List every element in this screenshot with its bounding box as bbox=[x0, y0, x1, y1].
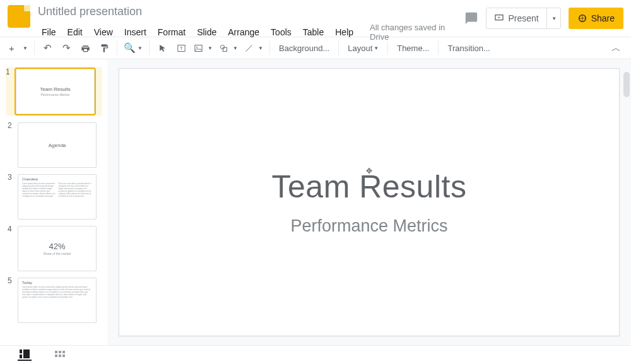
print-button[interactable] bbox=[76, 39, 94, 57]
separator bbox=[34, 41, 35, 55]
svg-rect-14 bbox=[62, 351, 65, 353]
vertical-scrollbar[interactable] bbox=[623, 72, 630, 332]
svg-rect-4 bbox=[195, 45, 202, 51]
theme-button[interactable]: Theme... bbox=[392, 39, 434, 57]
undo-button[interactable]: ↶ bbox=[38, 39, 56, 57]
slide-thumbnail[interactable]: 2 Agenda bbox=[8, 122, 102, 168]
chevron-up-icon: ︿ bbox=[611, 42, 621, 54]
menu-arrange[interactable]: Arrange bbox=[223, 25, 264, 39]
svg-rect-17 bbox=[62, 355, 65, 357]
menu-help[interactable]: Help bbox=[330, 25, 358, 39]
menu-table[interactable]: Table bbox=[298, 25, 329, 39]
plus-icon: + bbox=[9, 43, 15, 54]
share-button[interactable]: Share bbox=[569, 8, 623, 29]
menu-tools[interactable]: Tools bbox=[266, 25, 297, 39]
separator bbox=[338, 41, 339, 55]
layout-button[interactable]: Layout▼ bbox=[343, 39, 384, 57]
select-tool[interactable] bbox=[153, 39, 171, 57]
slide-number: 4 bbox=[8, 225, 14, 233]
grid-icon bbox=[55, 351, 65, 360]
svg-rect-13 bbox=[59, 351, 61, 353]
scrollbar-thumb[interactable] bbox=[623, 72, 630, 97]
slide-title-text[interactable]: Team Results bbox=[272, 168, 467, 205]
thumbnail-preview: Team Results Performance Metrics bbox=[16, 69, 95, 114]
shape-icon bbox=[219, 44, 228, 53]
slide-subtitle-text[interactable]: Performance Metrics bbox=[290, 216, 447, 236]
filmstrip-icon bbox=[20, 349, 30, 358]
thumbnail-preview: Today Lorem ipsum dolor sit amet consect… bbox=[18, 278, 97, 323]
separator bbox=[438, 41, 439, 55]
thumb-heading: Overview bbox=[22, 177, 92, 181]
slide-canvas[interactable]: ✥ Team Results Performance Metrics bbox=[119, 68, 620, 336]
slide-thumbnail[interactable]: 4 42% Share of the market bbox=[8, 226, 102, 271]
present-button[interactable]: Present bbox=[487, 8, 546, 28]
separator bbox=[387, 41, 388, 55]
comments-button[interactable] bbox=[464, 11, 478, 25]
comment-icon bbox=[464, 11, 478, 25]
canvas-area[interactable]: ✥ Team Results Performance Metrics bbox=[107, 59, 631, 345]
workspace: 1 Team Results Performance Metrics 2 Age… bbox=[0, 59, 631, 345]
present-dropdown[interactable]: ▼ bbox=[546, 8, 560, 28]
slide-thumbnail[interactable]: 5 Today Lorem ipsum dolor sit amet conse… bbox=[8, 278, 102, 323]
header-right: Present ▼ Share bbox=[464, 8, 623, 29]
paint-format-button[interactable] bbox=[95, 39, 113, 57]
textbox-icon: T bbox=[177, 44, 186, 53]
thumb-title: Agenda bbox=[22, 143, 92, 148]
menu-insert[interactable]: Insert bbox=[119, 25, 151, 39]
slide-number: 1 bbox=[6, 68, 12, 76]
thumbnail-preview: Agenda bbox=[18, 122, 97, 168]
doc-title-input[interactable]: Untitled presentation bbox=[37, 4, 464, 20]
image-icon bbox=[194, 44, 203, 53]
menu-edit[interactable]: Edit bbox=[62, 25, 88, 39]
zoom-icon: 🔍 bbox=[124, 42, 136, 54]
thumb-heading: Today bbox=[22, 281, 92, 285]
globe-lock-icon bbox=[577, 13, 587, 23]
textbox-tool[interactable]: T bbox=[172, 39, 190, 57]
slides-logo bbox=[8, 5, 30, 28]
menu-file[interactable]: File bbox=[37, 25, 61, 39]
separator bbox=[149, 41, 150, 55]
svg-line-8 bbox=[246, 45, 252, 51]
menu-slide[interactable]: Slide bbox=[192, 25, 221, 39]
image-tool[interactable]: ▼ bbox=[191, 39, 215, 57]
background-button[interactable]: Background... bbox=[274, 39, 334, 57]
chevron-down-icon: ▼ bbox=[551, 16, 557, 21]
slide-thumbnail[interactable]: 1 Team Results Performance Metrics bbox=[6, 67, 102, 116]
thumb-sub: Share of the market bbox=[22, 252, 92, 255]
shape-tool[interactable]: ▼ bbox=[216, 39, 240, 57]
layout-label: Layout bbox=[348, 44, 372, 53]
svg-text:T: T bbox=[180, 45, 183, 51]
menu-format[interactable]: Format bbox=[153, 25, 191, 39]
separator bbox=[269, 41, 270, 55]
chevron-down-icon: ▼ bbox=[23, 45, 28, 51]
new-slide-button[interactable]: +▼ bbox=[6, 39, 30, 57]
slide-thumbnail[interactable]: 3 Overview Lorem ipsum dolor sit amet co… bbox=[8, 174, 102, 220]
thumb-bignum: 42% bbox=[22, 242, 92, 251]
chevron-down-icon: ▼ bbox=[208, 45, 213, 51]
collapse-toolbar-button[interactable]: ︿ bbox=[607, 39, 625, 57]
thumb-sub: Performance Metrics bbox=[20, 93, 90, 97]
separator bbox=[117, 41, 117, 55]
svg-point-5 bbox=[196, 46, 198, 47]
footer-bar bbox=[0, 345, 631, 364]
grid-view-button[interactable] bbox=[53, 349, 67, 361]
slide-number: 2 bbox=[8, 121, 14, 130]
chevron-down-icon: ▼ bbox=[138, 45, 143, 51]
redo-button[interactable]: ↷ bbox=[57, 39, 75, 57]
zoom-button[interactable]: 🔍▼ bbox=[121, 39, 145, 57]
svg-rect-15 bbox=[55, 355, 57, 357]
redo-icon: ↷ bbox=[62, 42, 71, 54]
svg-rect-16 bbox=[59, 355, 61, 357]
present-label: Present bbox=[508, 13, 538, 23]
svg-rect-12 bbox=[55, 351, 57, 353]
filmstrip-view-button[interactable] bbox=[18, 349, 32, 361]
thumbnail-preview: 42% Share of the market bbox=[18, 226, 97, 271]
transition-button[interactable]: Transition... bbox=[442, 39, 495, 57]
print-icon bbox=[81, 44, 90, 53]
menu-view[interactable]: View bbox=[89, 25, 118, 39]
line-tool[interactable]: ▼ bbox=[242, 39, 266, 57]
undo-icon: ↶ bbox=[44, 42, 52, 54]
doc-meta: Untitled presentation File Edit View Ins… bbox=[37, 4, 464, 44]
thumb-title: Team Results bbox=[20, 86, 90, 92]
present-icon bbox=[494, 13, 504, 23]
